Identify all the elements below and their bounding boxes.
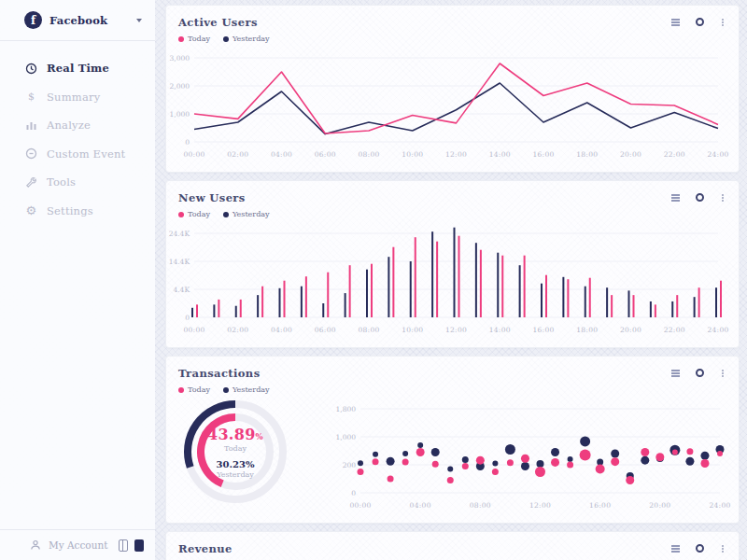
svg-text:22:00: 22:00 (664, 150, 685, 159)
svg-text:2,000: 2,000 (170, 82, 190, 91)
svg-text:00:00: 00:00 (183, 150, 204, 159)
svg-text:08:00: 08:00 (358, 150, 379, 159)
svg-text:02:00: 02:00 (227, 150, 248, 159)
kebab-menu-icon[interactable] (720, 18, 726, 27)
svg-text:24.4K: 24.4K (169, 230, 190, 238)
svg-text:1,000: 1,000 (170, 110, 190, 119)
sidebar-item-label: Custom Event (47, 147, 125, 161)
svg-text:200: 200 (343, 461, 357, 469)
wrench-icon (25, 176, 37, 189)
new-users-card: New Users Today Yesterday 04.4K14.4K24.4… (165, 180, 740, 348)
svg-text:1,800: 1,800 (336, 405, 357, 413)
svg-text:06:00: 06:00 (315, 326, 336, 334)
loader-ring-icon[interactable] (696, 369, 704, 377)
sidebar-item-label: Real Time (47, 62, 109, 75)
donut-center-stats: 43.89% Today 30.23% Yesterday (174, 390, 297, 513)
card-title: Transactions (178, 367, 261, 380)
transactions-donut: 43.89% Today 30.23% Yesterday (174, 390, 297, 513)
sidebar-item-analyze[interactable]: Analyze (0, 111, 155, 140)
svg-text:12:00: 12:00 (445, 150, 467, 159)
new-users-bar-chart: 04.4K14.4K24.4K00:0002:0004:0006:0008:00… (166, 224, 731, 341)
legend-today[interactable]: Today (178, 210, 210, 218)
sidebar-item-real-time[interactable]: Real Time (0, 54, 155, 83)
card-header: Transactions (166, 357, 739, 380)
person-icon (30, 539, 41, 551)
layout-filled-icon[interactable] (134, 539, 144, 552)
svg-text:24:00: 24:00 (707, 326, 728, 334)
legend-yesterday[interactable]: Yesterday (223, 35, 270, 43)
list-icon[interactable] (671, 194, 680, 202)
svg-text:20:00: 20:00 (649, 501, 670, 510)
workspace-name: Facebook (49, 14, 107, 27)
svg-text:14.4K: 14.4K (169, 258, 190, 266)
today-percentage: 43.89% (207, 426, 263, 443)
sidebar-item-label: Settings (47, 204, 93, 217)
card-title: New Users (178, 191, 246, 204)
svg-text:24:00: 24:00 (707, 150, 728, 159)
bar-chart-icon (25, 119, 37, 132)
account-row: My Account (0, 529, 155, 560)
clock-icon (25, 63, 37, 75)
svg-text:08:00: 08:00 (358, 326, 379, 334)
svg-text:08:00: 08:00 (470, 501, 491, 510)
list-icon[interactable] (671, 545, 680, 553)
facebook-logo-icon: f (24, 11, 42, 29)
transactions-scatter-chart: 02001,0001,80000:0004:0008:0012:0016:002… (325, 399, 736, 516)
svg-text:0: 0 (185, 138, 190, 147)
svg-text:16:00: 16:00 (532, 326, 554, 334)
svg-text:16:00: 16:00 (532, 150, 554, 159)
svg-text:04:00: 04:00 (271, 150, 292, 159)
card-header: Active Users (166, 6, 739, 29)
sidebar-item-tools[interactable]: Tools (0, 168, 155, 197)
legend-yesterday[interactable]: Yesterday (223, 210, 270, 218)
svg-text:0: 0 (185, 314, 190, 322)
svg-text:14:00: 14:00 (489, 326, 511, 334)
svg-text:22:00: 22:00 (664, 326, 685, 334)
loader-ring-icon[interactable] (696, 18, 704, 26)
workspace-selector[interactable]: f Facebook (0, 0, 155, 41)
svg-text:00:00: 00:00 (349, 501, 371, 510)
gear-icon: ⚙ (25, 204, 37, 217)
kebab-menu-icon[interactable] (720, 193, 726, 203)
sidebar-item-custom-event[interactable]: Custom Event (0, 140, 155, 169)
list-icon[interactable] (671, 19, 680, 26)
sidebar-item-label: Tools (47, 175, 76, 189)
transactions-card: Transactions Today Yesterday 43.89% Toda… (165, 356, 740, 524)
loader-ring-icon[interactable] (696, 544, 704, 553)
sidebar-item-summary[interactable]: $ Summary (0, 83, 155, 112)
yesterday-label: Yesterday (217, 470, 254, 479)
svg-text:0: 0 (351, 489, 356, 497)
active-users-line-chart: 01,0002,0003,00000:0002:0004:0006:0008:0… (166, 49, 731, 165)
card-header: New Users (166, 181, 739, 204)
svg-text:3,000: 3,000 (170, 54, 190, 63)
svg-text:18:00: 18:00 (576, 326, 598, 334)
svg-text:14:00: 14:00 (489, 150, 511, 159)
svg-text:20:00: 20:00 (620, 150, 641, 159)
main-content: Active Users Today Yesterday 01,0002,000… (165, 5, 740, 560)
list-icon[interactable] (671, 370, 680, 377)
svg-text:1,000: 1,000 (336, 433, 357, 441)
sidebar-item-label: Analyze (47, 119, 91, 132)
svg-text:16:00: 16:00 (589, 501, 611, 510)
kebab-menu-icon[interactable] (720, 544, 726, 553)
active-users-card: Active Users Today Yesterday 01,0002,000… (165, 5, 740, 173)
card-title: Active Users (178, 16, 258, 29)
svg-text:04:00: 04:00 (410, 501, 431, 510)
loader-ring-icon[interactable] (696, 193, 704, 202)
card-header: Revenue (166, 532, 739, 555)
svg-text:04:00: 04:00 (271, 326, 292, 334)
kebab-menu-icon[interactable] (720, 369, 726, 378)
svg-text:06:00: 06:00 (315, 150, 336, 159)
svg-text:4.4K: 4.4K (173, 286, 190, 294)
chart-legend: Today Yesterday (166, 204, 739, 218)
my-account-link[interactable]: My Account (49, 539, 107, 551)
legend-today[interactable]: Today (178, 35, 210, 43)
event-icon (25, 147, 37, 160)
chevron-down-icon (136, 19, 142, 22)
svg-text:12:00: 12:00 (445, 326, 467, 334)
svg-text:10:00: 10:00 (402, 326, 423, 334)
layout-outline-icon[interactable] (119, 539, 128, 552)
svg-text:18:00: 18:00 (576, 150, 598, 159)
svg-text:12:00: 12:00 (529, 501, 551, 510)
sidebar-item-settings[interactable]: ⚙ Settings (0, 197, 155, 226)
